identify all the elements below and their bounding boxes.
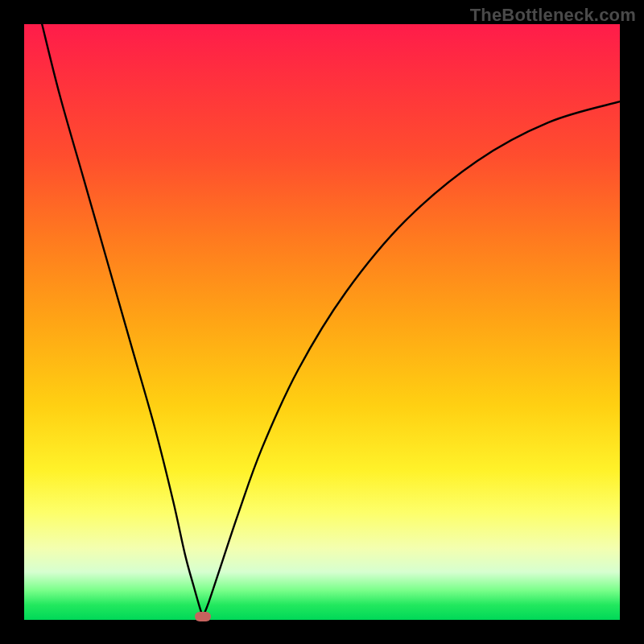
curve-left-branch (42, 24, 203, 617)
curve-right-branch (203, 101, 620, 617)
chart-frame: TheBottleneck.com (0, 0, 644, 644)
minimum-marker (195, 612, 211, 621)
watermark-text: TheBottleneck.com (470, 5, 636, 26)
bottleneck-curve (24, 24, 620, 620)
chart-plot-area (24, 24, 620, 620)
